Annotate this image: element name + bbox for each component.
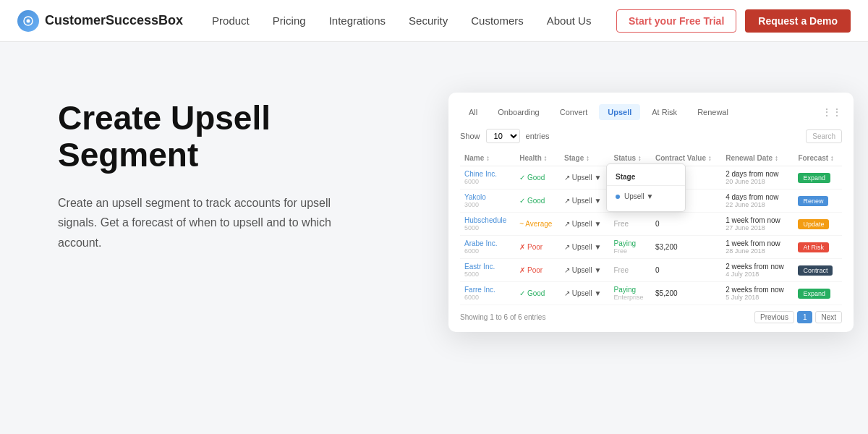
cell-stage: ↗ Upsell ▼: [560, 282, 609, 305]
next-page-button[interactable]: Next: [815, 311, 842, 323]
col-name: Name ↕: [460, 150, 515, 166]
nav-about[interactable]: About Us: [547, 14, 592, 27]
cell-forecast: Renew: [793, 190, 842, 213]
col-health: Health ↕: [515, 150, 560, 166]
hero-title: Create Upsell Segment: [58, 100, 405, 173]
forecast-update-btn[interactable]: Update: [798, 219, 829, 229]
cell-contract: $5,200: [651, 282, 721, 305]
entries-select[interactable]: 10 25 50: [486, 129, 520, 143]
tab-atrisk[interactable]: At Risk: [643, 104, 686, 120]
hero-section: Create Upsell Segment Create an upsell s…: [0, 42, 868, 434]
cell-name: Arabe Inc. 6000: [460, 236, 515, 259]
tab-convert[interactable]: Convert: [551, 104, 597, 120]
cell-contract: 0: [651, 259, 721, 282]
pagination: Previous 1 Next: [754, 311, 842, 323]
forecast-atrisk-btn[interactable]: At Risk: [798, 242, 829, 252]
forecast-contract-btn[interactable]: Contract: [798, 265, 833, 276]
cell-forecast: Update: [793, 213, 842, 236]
hero-right: All Onboarding Convert Upsell At Risk Re…: [448, 85, 854, 332]
cell-forecast: Contract: [793, 259, 842, 282]
nav-links: Product Pricing Integrations Security Cu…: [212, 14, 616, 27]
show-label: Show: [460, 132, 480, 140]
nav-integrations[interactable]: Integrations: [329, 14, 386, 27]
cell-health: ✓ Good: [515, 190, 560, 213]
cell-health: ~ Average: [515, 213, 560, 236]
table-row: Hubschedule 5000 ~ Average ↗ Upsell ▼ Fr…: [460, 213, 842, 236]
cell-name: Farre Inc. 6000: [460, 282, 515, 305]
logo[interactable]: CustomerSuccessBox: [17, 10, 183, 32]
cell-forecast: Expand: [793, 282, 842, 305]
navbar: CustomerSuccessBox Product Pricing Integ…: [0, 0, 868, 42]
stage-dot-upsell: [616, 195, 620, 199]
tab-upsell[interactable]: Upsell: [599, 104, 640, 120]
nav-security[interactable]: Security: [409, 14, 448, 27]
tab-onboarding[interactable]: Onboarding: [489, 104, 548, 120]
entries-label: entries: [526, 132, 550, 140]
nav-actions: Start your Free Trial Request a Demo: [616, 9, 851, 33]
nav-pricing[interactable]: Pricing: [273, 14, 306, 27]
settings-icon: ⋮⋮: [822, 106, 842, 118]
col-renewal: Renewal Date ↕: [721, 150, 793, 166]
col-forecast: Forecast ↕: [793, 150, 842, 166]
dash-footer: Showing 1 to 6 of 6 entries Previous 1 N…: [460, 305, 842, 323]
table-row: Arabe Inc. 6000 ✗ Poor ↗ Upsell ▼ Paying…: [460, 236, 842, 259]
dashboard-card: All Onboarding Convert Upsell At Risk Re…: [448, 93, 854, 332]
logo-icon: [17, 10, 39, 32]
cell-stage: ↗ Upsell ▼: [560, 236, 609, 259]
cell-stage: ↗ Upsell ▼: [560, 190, 609, 213]
tab-all[interactable]: All: [460, 104, 486, 120]
cell-status: Free: [610, 213, 651, 236]
cell-status: Paying Free: [610, 236, 651, 259]
forecast-expand-btn[interactable]: Expand: [798, 173, 830, 183]
nav-customers[interactable]: Customers: [471, 14, 524, 27]
cell-contract: 0: [651, 213, 721, 236]
cell-name: Chine Inc. 6000: [460, 166, 515, 190]
cell-name: Eastr Inc. 5000: [460, 259, 515, 282]
cell-renewal: 1 week from now 27 June 2018: [721, 213, 793, 236]
cell-renewal: 2 weeks from now 5 July 2018: [721, 282, 793, 305]
footer-text: Showing 1 to 6 of 6 entries: [460, 313, 545, 321]
cell-name: Hubschedule 5000: [460, 213, 515, 236]
cell-renewal: 2 days from now 20 June 2018: [721, 166, 793, 190]
search-box[interactable]: Search: [806, 129, 842, 143]
nav-product[interactable]: Product: [212, 14, 250, 27]
stage-option-upsell[interactable]: Upsell ▼: [607, 189, 685, 204]
dashboard-tabs: All Onboarding Convert Upsell At Risk Re…: [460, 104, 842, 120]
hero-description: Create an upsell segment to track accoun…: [58, 193, 362, 252]
stage-dropdown-header: Stage: [607, 171, 685, 186]
cell-name: Yakolo 3000: [460, 190, 515, 213]
cell-stage: ↗ Upsell ▼: [560, 213, 609, 236]
prev-page-button[interactable]: Previous: [754, 311, 794, 323]
cell-stage: ↗ Upsell ▼: [560, 166, 609, 190]
cell-renewal: 4 days from now 22 June 2018: [721, 190, 793, 213]
cell-health: ✗ Poor: [515, 259, 560, 282]
stage-option-label: Upsell ▼: [624, 192, 653, 200]
logo-text: CustomerSuccessBox: [45, 13, 183, 28]
tab-renewal[interactable]: Renewal: [689, 104, 737, 120]
hero-left: Create Upsell Segment Create an upsell s…: [58, 85, 405, 252]
cell-renewal: 2 weeks from now 4 July 2018: [721, 259, 793, 282]
cell-renewal: 1 week from now 28 June 2018: [721, 236, 793, 259]
stage-dropdown: Stage Upsell ▼: [606, 163, 686, 212]
cell-forecast: At Risk: [793, 236, 842, 259]
cell-contract: $3,200: [651, 236, 721, 259]
table-row: Farre Inc. 6000 ✓ Good ↗ Upsell ▼ Paying…: [460, 282, 842, 305]
request-demo-button[interactable]: Request a Demo: [745, 9, 851, 33]
cell-health: ✗ Poor: [515, 236, 560, 259]
forecast-renew-btn[interactable]: Renew: [798, 196, 828, 206]
col-stage: Stage ↕: [560, 150, 609, 166]
cell-stage: ↗ Upsell ▼: [560, 259, 609, 282]
svg-point-1: [27, 19, 30, 22]
dash-controls: Show 10 25 50 entries Search: [460, 129, 842, 143]
tabs-left: All Onboarding Convert Upsell At Risk Re…: [460, 104, 737, 120]
cell-status: Free: [610, 259, 651, 282]
cell-health: ✓ Good: [515, 166, 560, 190]
cell-status: Paying Enterprise: [610, 282, 651, 305]
cell-forecast: Expand: [793, 166, 842, 190]
start-trial-button[interactable]: Start your Free Trial: [616, 9, 736, 33]
page-1-button[interactable]: 1: [797, 311, 813, 323]
forecast-expand-btn[interactable]: Expand: [798, 289, 830, 299]
table-row: Eastr Inc. 5000 ✗ Poor ↗ Upsell ▼ Free 0…: [460, 259, 842, 282]
cell-health: ✓ Good: [515, 282, 560, 305]
